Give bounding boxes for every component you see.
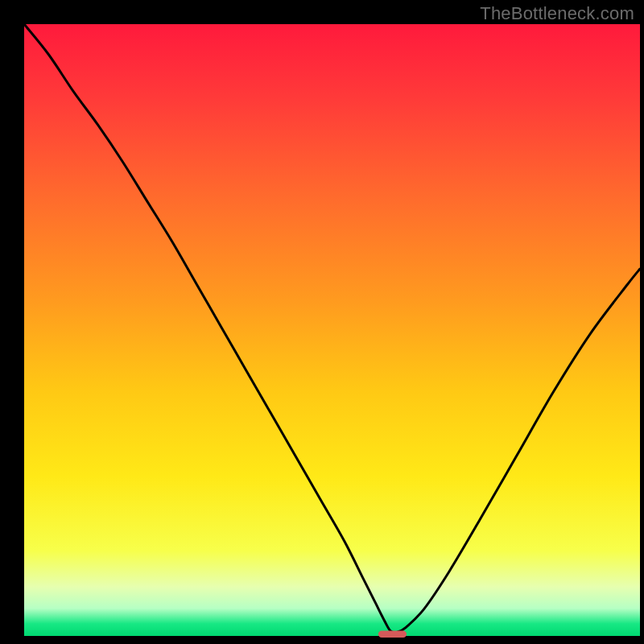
bottleneck-chart	[0, 0, 644, 644]
chart-frame: TheBottleneck.com	[0, 0, 644, 644]
optimum-marker	[378, 631, 407, 638]
plot-background	[24, 24, 640, 636]
